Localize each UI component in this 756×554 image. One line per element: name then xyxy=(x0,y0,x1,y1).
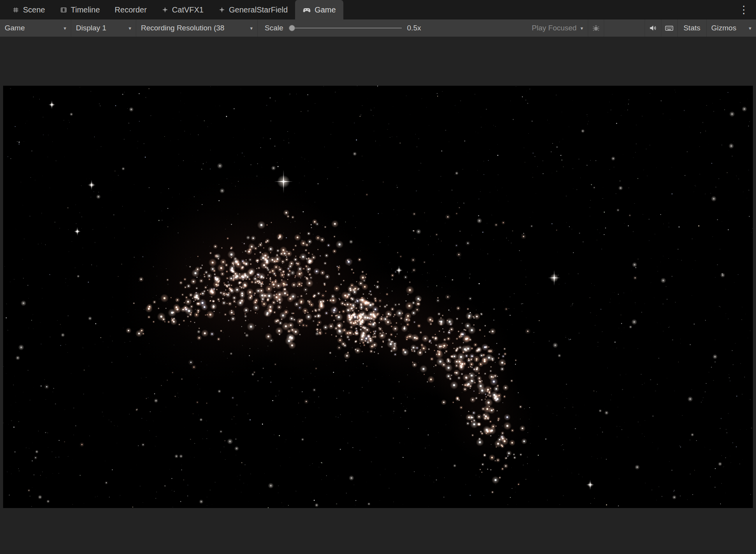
resolution-dropdown[interactable]: Recording Resolution (38 ▾ xyxy=(136,19,258,37)
tab-label: CatVFX1 xyxy=(172,5,204,14)
game-view-toolbar: Game ▾ Display 1 ▾ Recording Resolution … xyxy=(0,19,756,37)
scale-value: 0.5x xyxy=(407,24,421,32)
tab-label: Game xyxy=(315,5,336,14)
tab-catvfx1[interactable]: CatVFX1 xyxy=(154,0,211,19)
tab-generalstarfield[interactable]: GeneralStarField xyxy=(211,0,295,19)
toolbar-spacer xyxy=(428,19,527,37)
chevron-down-icon: ▾ xyxy=(580,25,583,31)
tab-recorder[interactable]: Recorder xyxy=(107,0,154,19)
view-mode-dropdown[interactable]: Game ▾ xyxy=(0,19,71,37)
tab-scene[interactable]: Scene xyxy=(5,0,53,19)
vfx-sparkle-icon xyxy=(218,6,225,13)
scale-label: Scale xyxy=(265,24,283,32)
toolbar-gap xyxy=(604,19,645,37)
stats-button[interactable]: Stats xyxy=(677,19,706,37)
scale-slider-knob[interactable] xyxy=(289,25,295,31)
tab-label: Scene xyxy=(23,5,45,14)
play-focused-dropdown[interactable]: Play Focused ▾ xyxy=(527,19,588,37)
film-icon xyxy=(60,6,67,14)
tab-label: Timeline xyxy=(71,5,100,14)
game-render-canvas[interactable] xyxy=(3,86,753,508)
vsync-keyboard-icon[interactable] xyxy=(661,19,677,37)
scene-grid-icon xyxy=(12,6,19,14)
overflow-menu-icon[interactable]: ⋮ xyxy=(731,5,756,15)
vfx-sparkle-icon xyxy=(162,6,169,13)
game-viewport-area xyxy=(3,86,753,508)
chevron-down-icon: ▾ xyxy=(250,25,253,31)
scale-slider-track[interactable] xyxy=(289,28,402,28)
gamepad-icon xyxy=(302,5,311,14)
unity-game-view-window: Scene Timeline Recorder CatVFX1 xyxy=(0,0,756,554)
scale-slider[interactable] xyxy=(289,24,402,32)
display-dropdown[interactable]: Display 1 ▾ xyxy=(71,19,136,37)
tab-label: Recorder xyxy=(115,5,147,14)
chevron-down-icon: ▾ xyxy=(128,25,131,31)
tab-label: GeneralStarField xyxy=(229,5,288,14)
chevron-down-icon: ▾ xyxy=(749,25,751,31)
gizmos-dropdown[interactable]: Gizmos ▾ xyxy=(706,19,756,37)
mute-audio-icon[interactable] xyxy=(645,19,661,37)
tab-bar: Scene Timeline Recorder CatVFX1 xyxy=(0,0,756,19)
tab-game[interactable]: Game xyxy=(295,0,343,19)
tab-timeline[interactable]: Timeline xyxy=(53,0,107,19)
scale-control: Scale 0.5x xyxy=(258,19,428,37)
chevron-down-icon: ▾ xyxy=(63,25,66,31)
debug-bug-icon[interactable] xyxy=(588,19,604,37)
